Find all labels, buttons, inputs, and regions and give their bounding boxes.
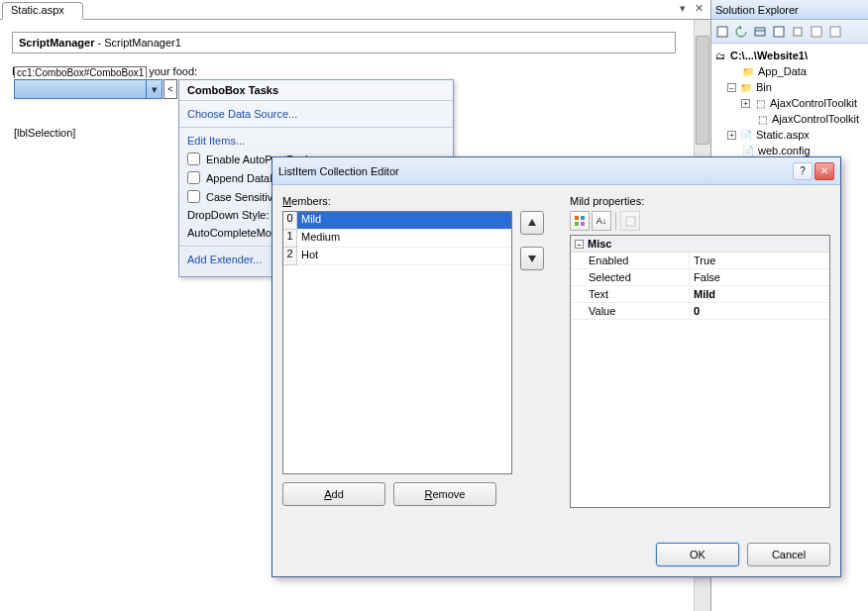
tab-close-icon[interactable]: ✕ (693, 2, 705, 14)
solution-tree[interactable]: 🗂C:\...\Website1\ 📁App_Data –📁Bin +⬚Ajax… (711, 44, 868, 162)
collapse-icon[interactable]: – (575, 240, 584, 249)
config-icon: 📄 (741, 144, 755, 157)
properties-label: Mild properties: (570, 195, 644, 207)
svg-rect-10 (581, 222, 585, 226)
dropdown-style-label: DropDown Style: (187, 209, 270, 221)
show-all-icon[interactable] (826, 23, 844, 41)
property-value[interactable]: False (690, 269, 829, 285)
member-index: 2 (283, 248, 297, 265)
add-button[interactable]: Add (282, 482, 385, 506)
case-sensitive-checkbox[interactable] (187, 190, 200, 203)
dialog-title: ListItem Collection Editor (278, 165, 791, 177)
tree-ajax2-label: AjaxControlToolkit (772, 113, 859, 125)
property-grid[interactable]: –Misc EnabledTrue SelectedFalse TextMild… (570, 235, 830, 508)
property-key: Enabled (571, 253, 690, 268)
refresh-icon[interactable] (732, 23, 750, 41)
categorized-icon[interactable] (570, 211, 590, 231)
property-value[interactable]: 0 (690, 303, 829, 319)
tree-ajax1[interactable]: +⬚AjaxControlToolkit (713, 95, 866, 111)
tree-static-aspx[interactable]: +📄Static.aspx (713, 127, 866, 143)
tree-appdata[interactable]: 📁App_Data (713, 63, 866, 79)
category-label: Misc (588, 238, 611, 250)
property-row[interactable]: TextMild (571, 286, 829, 303)
case-sensitive-label: Case Sensitive (206, 191, 278, 203)
view-code-icon[interactable] (770, 23, 788, 41)
tree-ajax2[interactable]: ⬚AjaxControlToolkit (713, 111, 866, 127)
property-row[interactable]: SelectedFalse (571, 269, 829, 286)
combobox-dropdown-icon[interactable]: ▾ (146, 80, 162, 98)
aspx-icon: 📄 (739, 128, 753, 142)
combobox-field[interactable] (15, 80, 146, 98)
member-row[interactable]: 0Mild (283, 212, 511, 230)
svg-rect-5 (812, 27, 821, 37)
member-label: Medium (297, 230, 511, 248)
member-row[interactable]: 1Medium (283, 230, 511, 248)
folder-icon: 📁 (739, 80, 753, 94)
svg-rect-6 (830, 27, 840, 37)
append-databound-checkbox[interactable] (187, 171, 200, 184)
enable-autopostback-checkbox[interactable] (187, 153, 200, 165)
scriptmanager-control[interactable]: ScriptManager - ScriptManager1 (12, 32, 676, 53)
dialog-titlebar[interactable]: ListItem Collection Editor ? ✕ (272, 157, 840, 185)
property-value[interactable]: True (690, 253, 829, 268)
property-row[interactable]: EnabledTrue (571, 253, 829, 269)
expand-icon[interactable]: + (727, 131, 736, 140)
svg-rect-9 (575, 222, 579, 226)
property-pages-icon[interactable] (620, 211, 640, 231)
cancel-button[interactable]: Cancel (747, 543, 830, 566)
move-down-button[interactable] (520, 247, 544, 270)
remove-button[interactable]: Remove (393, 482, 496, 506)
svg-rect-11 (626, 217, 635, 226)
tree-bin-label: Bin (756, 81, 772, 93)
solution-explorer-toolbar (711, 20, 868, 44)
property-category[interactable]: –Misc (571, 236, 829, 253)
property-row[interactable]: Value0 (571, 303, 829, 320)
scriptmanager-type: ScriptManager (19, 37, 94, 49)
member-row[interactable]: 2Hot (283, 248, 511, 265)
listitem-editor-dialog: ListItem Collection Editor ? ✕ Members: … (271, 156, 841, 577)
asp-config-icon[interactable] (808, 23, 825, 41)
property-key: Text (571, 286, 690, 302)
expand-icon[interactable]: + (741, 99, 750, 108)
combobox-control[interactable]: ▾ (14, 79, 163, 99)
property-key: Selected (571, 269, 690, 285)
property-value[interactable]: Mild (690, 286, 829, 302)
member-label: Hot (297, 248, 511, 265)
property-key: Value (571, 303, 690, 319)
close-button[interactable]: ✕ (814, 162, 834, 180)
control-tag-label: cc1:ComboBox#ComboBox1 (14, 66, 147, 78)
nest-icon[interactable] (751, 23, 769, 41)
smart-tag-glyph[interactable]: < (163, 79, 177, 99)
document-tab[interactable]: Static.aspx (2, 2, 83, 20)
tab-dropdown-icon[interactable]: ▾ (677, 2, 689, 14)
properties-icon[interactable] (713, 23, 731, 41)
tree-bin[interactable]: –📁Bin (713, 79, 866, 95)
ok-button[interactable]: OK (656, 543, 739, 566)
help-button[interactable]: ? (793, 162, 813, 180)
folder-icon: 📁 (741, 64, 755, 78)
svg-rect-4 (794, 28, 802, 36)
member-index: 0 (283, 212, 297, 230)
tree-webconfig-label: web.config (758, 145, 811, 156)
smart-tag-title: ComboBox Tasks (179, 80, 453, 101)
copy-website-icon[interactable] (789, 23, 807, 41)
member-index: 1 (283, 230, 297, 248)
tab-tools: ▾ ✕ (677, 2, 705, 14)
members-listbox[interactable]: 0Mild 1Medium 2Hot (282, 211, 512, 474)
tree-root[interactable]: 🗂C:\...\Website1\ (713, 48, 866, 63)
collapse-icon[interactable]: – (727, 83, 736, 92)
edit-items-link[interactable]: Edit Items... (187, 132, 445, 150)
svg-rect-3 (774, 27, 784, 37)
member-label: Mild (297, 212, 511, 230)
toolbar-divider (615, 212, 616, 230)
selection-label: [lblSelection] (14, 127, 75, 139)
alphabetical-icon[interactable]: A↓ (592, 211, 611, 231)
tree-static-label: Static.aspx (756, 129, 810, 141)
scrollbar-thumb[interactable] (696, 36, 709, 145)
members-label: Members: (282, 195, 331, 207)
project-icon: 🗂 (713, 49, 727, 62)
choose-datasource-link[interactable]: Choose Data Source... (187, 105, 445, 123)
solution-explorer-header: Solution Explorer (711, 0, 868, 20)
move-up-button[interactable] (520, 211, 544, 235)
tree-appdata-label: App_Data (758, 65, 807, 77)
